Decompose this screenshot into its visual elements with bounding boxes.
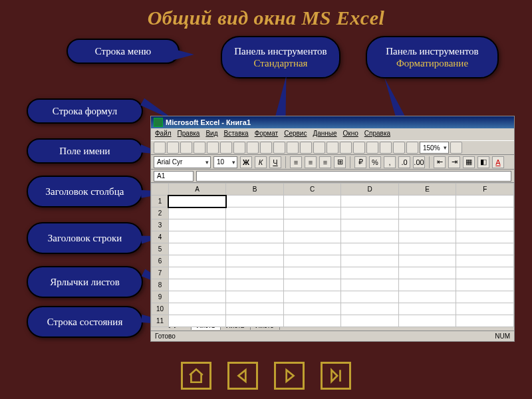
- row-header-4[interactable]: 4: [152, 231, 169, 243]
- cell-D7[interactable]: [341, 267, 399, 279]
- row-header-3[interactable]: 3: [152, 219, 169, 231]
- cell-F1[interactable]: [456, 196, 514, 207]
- cell-E4[interactable]: [398, 231, 456, 243]
- cell-A11[interactable]: [168, 315, 226, 327]
- dec-indent-button[interactable]: ⇤: [434, 156, 446, 168]
- paste-button[interactable]: [273, 142, 285, 154]
- row-header-7[interactable]: 7: [152, 267, 169, 279]
- spell-button[interactable]: [233, 142, 245, 154]
- merge-button[interactable]: ⊞: [334, 156, 346, 168]
- comma-button[interactable]: ,: [384, 156, 396, 168]
- fill-color-button[interactable]: ◧: [477, 156, 489, 168]
- worksheet-grid[interactable]: ABCDEF1234567891011: [151, 183, 514, 319]
- open-button[interactable]: [167, 142, 179, 154]
- cell-D6[interactable]: [341, 255, 399, 267]
- cell-B2[interactable]: [226, 207, 284, 219]
- cell-F7[interactable]: [456, 267, 514, 279]
- menu-сервис[interactable]: Сервис: [284, 130, 307, 139]
- percent-button[interactable]: %: [369, 156, 381, 168]
- cell-B5[interactable]: [226, 243, 284, 255]
- cell-C2[interactable]: [283, 207, 341, 219]
- cell-D9[interactable]: [341, 291, 399, 303]
- cell-A5[interactable]: [168, 243, 226, 255]
- cell-D1[interactable]: [341, 196, 399, 207]
- cell-F4[interactable]: [456, 231, 514, 243]
- cut-button[interactable]: [247, 142, 259, 154]
- sort-desc-button[interactable]: [366, 142, 378, 154]
- cell-C8[interactable]: [283, 279, 341, 291]
- cell-E6[interactable]: [398, 255, 456, 267]
- cell-E5[interactable]: [398, 243, 456, 255]
- redo-button[interactable]: [313, 142, 325, 154]
- cell-F3[interactable]: [456, 219, 514, 231]
- menu-данные[interactable]: Данные: [313, 130, 336, 139]
- zoom-dropdown[interactable]: 150%: [420, 142, 449, 154]
- cell-B11[interactable]: [226, 315, 284, 327]
- nav-prev-button[interactable]: [227, 362, 258, 390]
- cell-E1[interactable]: [398, 196, 456, 207]
- cell-D8[interactable]: [341, 279, 399, 291]
- cell-A6[interactable]: [168, 255, 226, 267]
- cell-F9[interactable]: [456, 291, 514, 303]
- row-header-6[interactable]: 6: [152, 255, 169, 267]
- row-header-9[interactable]: 9: [152, 291, 169, 303]
- fontsize-dropdown[interactable]: 10: [213, 156, 237, 168]
- print-button[interactable]: [207, 142, 219, 154]
- fmtpaint-button[interactable]: [287, 142, 299, 154]
- menu-правка[interactable]: Правка: [178, 130, 200, 139]
- cell-F8[interactable]: [456, 279, 514, 291]
- cell-F11[interactable]: [456, 315, 514, 327]
- menu-вставка[interactable]: Вставка: [223, 130, 248, 139]
- row-header-8[interactable]: 8: [152, 279, 169, 291]
- dec-decimal-button[interactable]: .00: [413, 156, 425, 168]
- cell-A3[interactable]: [168, 219, 226, 231]
- menu-формат[interactable]: Формат: [255, 130, 279, 139]
- cell-E7[interactable]: [398, 267, 456, 279]
- title-bar[interactable]: Microsoft Excel - Книга1: [151, 116, 514, 128]
- cell-D5[interactable]: [341, 243, 399, 255]
- toolbar-formatting[interactable]: Arial Cyr 10 Ж К Ч ≡ ≡ ≡ ⊞ ₽ % , .0 .00 …: [151, 155, 514, 170]
- col-header-E[interactable]: E: [398, 184, 456, 196]
- cell-D2[interactable]: [341, 207, 399, 219]
- currency-button[interactable]: ₽: [354, 156, 366, 168]
- cell-C10[interactable]: [283, 303, 341, 315]
- cell-D4[interactable]: [341, 231, 399, 243]
- col-header-A[interactable]: A: [168, 184, 226, 196]
- autosum-button[interactable]: [340, 142, 352, 154]
- row-header-10[interactable]: 10: [152, 303, 169, 315]
- align-left-button[interactable]: ≡: [290, 156, 302, 168]
- menu-файл[interactable]: Файл: [155, 130, 172, 139]
- cell-C9[interactable]: [283, 291, 341, 303]
- cell-F6[interactable]: [456, 255, 514, 267]
- cell-F10[interactable]: [456, 303, 514, 315]
- cell-E9[interactable]: [398, 291, 456, 303]
- align-right-button[interactable]: ≡: [319, 156, 331, 168]
- cell-C4[interactable]: [283, 231, 341, 243]
- cell-A7[interactable]: [168, 267, 226, 279]
- chart-button[interactable]: [380, 142, 392, 154]
- cell-A8[interactable]: [168, 279, 226, 291]
- cell-C6[interactable]: [283, 255, 341, 267]
- menu-окно[interactable]: Окно: [343, 130, 358, 139]
- cell-C11[interactable]: [283, 315, 341, 327]
- toolbar-standard[interactable]: 150%: [151, 140, 514, 155]
- cell-F2[interactable]: [456, 207, 514, 219]
- inc-decimal-button[interactable]: .0: [398, 156, 410, 168]
- underline-button[interactable]: Ч: [269, 156, 281, 168]
- cell-B9[interactable]: [226, 291, 284, 303]
- cell-D3[interactable]: [341, 219, 399, 231]
- sort-asc-button[interactable]: [353, 142, 365, 154]
- cell-C1[interactable]: [283, 196, 341, 207]
- cell-E3[interactable]: [398, 219, 456, 231]
- col-header-D[interactable]: D: [341, 184, 399, 196]
- name-box[interactable]: A1: [154, 171, 194, 182]
- cell-B6[interactable]: [226, 255, 284, 267]
- bold-button[interactable]: Ж: [240, 156, 252, 168]
- mail-button[interactable]: [194, 142, 205, 154]
- cell-A4[interactable]: [168, 231, 226, 243]
- cell-C7[interactable]: [283, 267, 341, 279]
- font-color-button[interactable]: A: [492, 156, 504, 168]
- cell-E8[interactable]: [398, 279, 456, 291]
- borders-button[interactable]: ▦: [463, 156, 475, 168]
- cell-E10[interactable]: [398, 303, 456, 315]
